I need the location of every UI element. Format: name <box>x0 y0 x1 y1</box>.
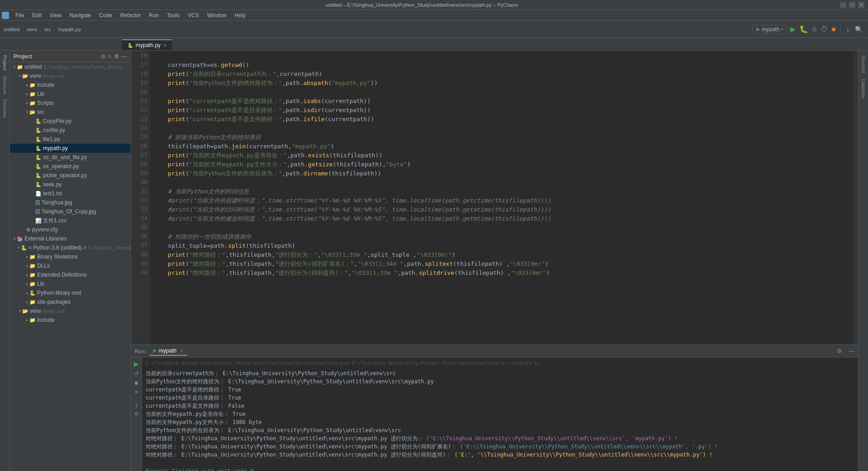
menu-edit[interactable]: Edit <box>28 11 45 19</box>
tree-item-venv[interactable]: ▾ 📂 venv library root <box>10 71 131 80</box>
menu-view[interactable]: View <box>46 11 65 19</box>
tree-item-Include[interactable]: ▸ 📁 Include <box>10 80 131 89</box>
maximize-btn[interactable]: □ <box>849 2 855 8</box>
vcs-update-button[interactable]: ↓ <box>844 25 851 34</box>
tree-meta-venv: library root <box>43 74 64 79</box>
menu-refactor[interactable]: Refactor <box>117 11 144 19</box>
tree-arrow-py38: ▾ <box>18 245 20 250</box>
titlebar: untitled – E:\Tsinghua_University\Python… <box>0 0 868 10</box>
tree-item-venv2[interactable]: ▾ 📂 venv library root <box>10 306 131 316</box>
tree-label-file1: file1.py <box>43 136 60 142</box>
run-command-line: E:\Tsinghua_University\Python_Study\unti… <box>146 359 854 367</box>
tree-label-test1: test1.txt <box>43 190 62 197</box>
close-btn[interactable]: ✕ <box>858 2 864 8</box>
tree-item-mypath[interactable]: 🐍 mypath.py <box>10 144 131 153</box>
run-tab-mypath[interactable]: ▶ mypath ✕ <box>150 347 187 356</box>
menu-navigate[interactable]: Navigate <box>66 11 94 19</box>
close-panel-icon[interactable]: — <box>122 53 127 60</box>
tree-item-test1[interactable]: 📄 test1.txt <box>10 189 131 198</box>
expand-all-icon[interactable]: ≡ <box>108 53 111 60</box>
tree-item-tsinghua-copy[interactable]: 🖼 Tsinghua_Of_Copy.jpg <box>10 207 131 216</box>
project-panel-btn[interactable]: Project <box>1 52 8 73</box>
tree-label-DLLs: DLLs <box>37 263 50 269</box>
tree-item-untitled[interactable]: ▾ 📁 untitled E:\Tsinghua_University\Pyth… <box>10 62 131 71</box>
structure-panel-right-btn[interactable]: Structure <box>860 52 867 76</box>
tree-item-os_op[interactable]: 🐍 os_operator.py <box>10 162 131 171</box>
database-panel-btn[interactable]: Database <box>860 76 867 101</box>
tree-item-Lib[interactable]: ▸ 📁 Lib <box>10 89 131 99</box>
menu-code[interactable]: Code <box>95 11 116 19</box>
tree-item-file1[interactable]: 🐍 file1.py <box>10 135 131 144</box>
stop-button[interactable]: ■ <box>830 24 837 34</box>
favorites-panel-btn[interactable]: Favorites <box>1 97 8 121</box>
menu-window[interactable]: Window <box>203 11 230 19</box>
locate-icon[interactable]: ⊙ <box>101 53 105 60</box>
dlls-folder-icon: 📁 <box>29 263 36 269</box>
tree-item-binary-skeletons[interactable]: ▸ 📁 Binary Skeletons <box>10 252 131 261</box>
structure-panel-btn[interactable]: Structure <box>1 73 8 97</box>
tree-item-csvfile[interactable]: 🐍 csvfile.py <box>10 126 131 135</box>
tab-mypath[interactable]: 🐍 mypath.py ✕ <box>122 39 172 50</box>
tree-arrow-Include: ▸ <box>26 83 28 87</box>
py-file-icon2: 🐍 <box>35 127 42 133</box>
tree-meta-untitled: E:\Tsinghua_University\Python_Studyw... <box>44 65 126 70</box>
tree-item-csv1[interactable]: 📊 文件1.csv <box>10 216 131 225</box>
tree-item-python-lib-root[interactable]: ▸ 🐍 Python library root <box>10 288 131 297</box>
run-tab-close[interactable]: ✕ <box>180 349 184 353</box>
tree-arrow-untitled: ▾ <box>14 65 16 69</box>
tree-arrow-Lib2: ▸ <box>26 282 28 286</box>
code-editor[interactable]: 1617181920 2122232425 2627282930 3132333… <box>131 51 858 344</box>
run-with-coverage[interactable]: ⊙ <box>811 25 818 33</box>
menu-vcs[interactable]: VCS <box>184 11 203 19</box>
tree-label-pickle: pickle_operator.py <box>43 172 87 179</box>
tree-item-seek[interactable]: 🐍 seek.py <box>10 180 131 189</box>
profile-button[interactable]: ⏱ <box>820 24 829 34</box>
tree-item-ext-libs[interactable]: ▾ 📚 External Libraries <box>10 234 131 243</box>
tree-item-pyvenv[interactable]: ⚙ pyvenv.cfg <box>10 225 131 234</box>
tree-item-pickle[interactable]: 🐍 pickle_operator.py <box>10 171 131 180</box>
output-exit-line: Process finished with exit code 0 <box>146 467 854 471</box>
search-everywhere-button[interactable]: 🔍 <box>853 25 864 34</box>
project-header: Project ⊙ ≡ ⚙ — <box>10 51 131 62</box>
run-rerun-btn[interactable]: ↺ <box>133 369 140 377</box>
run-settings-icon[interactable]: ⚙ <box>837 348 842 354</box>
run-minimize-icon[interactable]: — <box>849 348 854 354</box>
run-button[interactable]: ▶ <box>789 24 797 34</box>
tree-item-Include2[interactable]: ▸ 📁 Include <box>10 316 131 325</box>
code-content[interactable]: currentpath=os.getcwd() print("当前的目录curr… <box>150 51 853 344</box>
output-line-empty <box>146 459 854 467</box>
menu-help[interactable]: Help <box>231 11 250 19</box>
run-play-btn[interactable]: ▶ <box>133 359 140 368</box>
settings-icon[interactable]: ⚙ <box>114 53 119 60</box>
project-header-icons: ⊙ ≡ ⚙ — <box>101 53 127 60</box>
run-settings-btn[interactable]: ⚙ <box>133 410 140 418</box>
tree-item-os_dir[interactable]: 🐍 os_dir_and_file.py <box>10 153 131 162</box>
py-lib-root-icon: 🐍 <box>29 290 36 296</box>
tree-item-tsinghua[interactable]: 🖼 Tsinghua.jpg <box>10 198 131 207</box>
tree-item-Lib2[interactable]: ▸ 📁 Lib <box>10 279 131 288</box>
debug-button[interactable]: 🐛 <box>798 24 809 34</box>
tab-py-icon: 🐍 <box>127 43 133 48</box>
tree-item-python38[interactable]: ▾ 🐍 < Python 3.8 (untitled) > E:\Tsinghu… <box>10 243 131 252</box>
tree-item-site-packages[interactable]: ▸ 📁 site-packages <box>10 297 131 306</box>
run-output[interactable]: E:\Tsinghua_University\Python_Study\unti… <box>142 358 858 471</box>
tree-item-Scripts[interactable]: ▸ 📁 Scripts <box>10 99 131 108</box>
minimize-btn[interactable]: ─ <box>840 2 846 8</box>
menu-tools[interactable]: Tools <box>163 11 183 19</box>
py-file-icon: 🐍 <box>35 118 42 124</box>
tree-item-DLLs[interactable]: ▸ 📁 DLLs <box>10 261 131 270</box>
run-config-selector[interactable]: ▶ mypath ▾ <box>752 25 788 34</box>
project-header-label: Project <box>14 53 32 60</box>
editor-scrollbar[interactable] <box>853 51 858 344</box>
tab-close-icon[interactable]: ✕ <box>163 43 167 48</box>
run-tab-icon: ▶ <box>153 348 157 353</box>
run-close-btn[interactable]: ✕ <box>133 388 139 396</box>
app-icon <box>2 12 9 19</box>
tree-item-extended-defs[interactable]: ▸ 📁 Extended Definitions <box>10 270 131 279</box>
run-stop-btn[interactable]: ■ <box>133 378 139 387</box>
tree-item-src[interactable]: ▾ 📂 src <box>10 108 131 117</box>
run-scroll-end-btn[interactable]: ⤓ <box>133 401 139 409</box>
tree-item-CopyFile[interactable]: 🐍 CopyFile.py <box>10 117 131 126</box>
menu-file[interactable]: File <box>12 11 28 19</box>
menu-run[interactable]: Run <box>145 11 162 19</box>
